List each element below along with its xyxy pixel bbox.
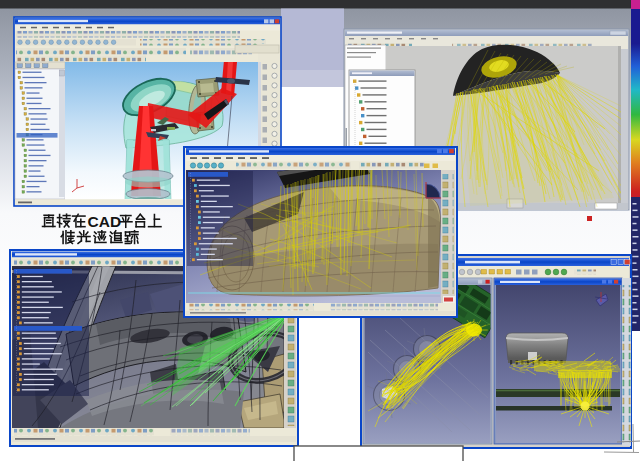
svg-text:CAD: CAD bbox=[88, 213, 122, 230]
